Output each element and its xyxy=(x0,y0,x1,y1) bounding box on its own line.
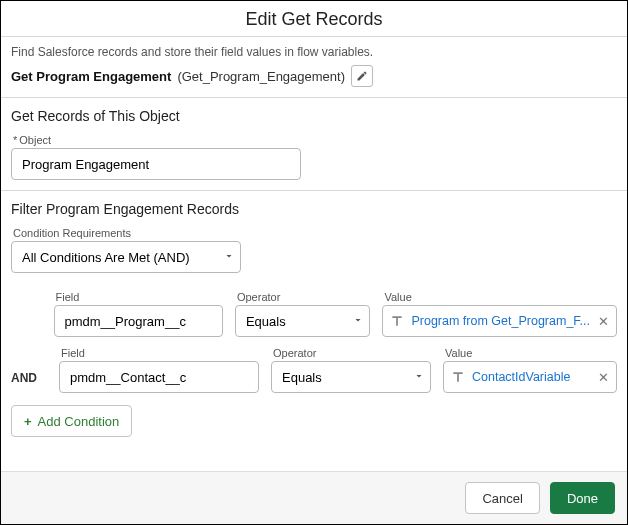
field-column: Field xyxy=(54,289,223,337)
element-name-row: Get Program Engagement (Get_Program_Enga… xyxy=(1,65,627,97)
operator-select[interactable] xyxy=(235,305,371,337)
condition-row: Field Operator Value Program from Get_Pr… xyxy=(11,289,617,337)
field-label: Field xyxy=(56,291,223,303)
add-condition-button[interactable]: + Add Condition xyxy=(11,405,132,437)
text-resource-icon xyxy=(448,367,468,387)
operator-value[interactable] xyxy=(271,361,431,393)
operator-column: Operator xyxy=(235,289,371,337)
dialog-title: Edit Get Records xyxy=(1,1,627,36)
operator-value[interactable] xyxy=(235,305,371,337)
field-label: Field xyxy=(61,347,259,359)
value-label: Value xyxy=(384,291,617,303)
dialog-body: Find Salesforce records and store their … xyxy=(1,37,627,471)
pencil-icon xyxy=(356,70,368,82)
value-label: Value xyxy=(445,347,617,359)
dialog-footer: Cancel Done xyxy=(1,471,627,524)
value-column: Value ContactIdVariable ✕ xyxy=(443,345,617,393)
condition-requirements-block: Condition Requirements xyxy=(1,227,627,283)
clear-value-button[interactable]: ✕ xyxy=(594,368,612,386)
object-input[interactable] xyxy=(11,148,301,180)
add-condition-label: Add Condition xyxy=(38,414,120,429)
edit-get-records-dialog: Edit Get Records Find Salesforce records… xyxy=(0,0,628,525)
condition-requirements-label: Condition Requirements xyxy=(13,227,617,239)
description-text: Find Salesforce records and store their … xyxy=(1,37,627,65)
field-column: Field xyxy=(59,345,259,393)
logic-cell xyxy=(11,329,42,337)
logic-cell: AND xyxy=(11,371,47,393)
value-resource-text: ContactIdVariable xyxy=(472,370,590,384)
element-label: Get Program Engagement xyxy=(11,69,171,84)
text-resource-icon xyxy=(387,311,407,331)
object-label: Object xyxy=(13,134,617,146)
field-input[interactable] xyxy=(59,361,259,393)
operator-column: Operator xyxy=(271,345,431,393)
condition-requirements-select[interactable] xyxy=(11,241,241,273)
value-column: Value Program from Get_Program_F... ✕ xyxy=(382,289,617,337)
edit-name-button[interactable] xyxy=(351,65,373,87)
value-input[interactable]: Program from Get_Program_F... ✕ xyxy=(382,305,617,337)
clear-value-button[interactable]: ✕ xyxy=(594,312,612,330)
value-resource-text: Program from Get_Program_F... xyxy=(411,314,590,328)
operator-label: Operator xyxy=(273,347,431,359)
condition-requirements-value[interactable] xyxy=(11,241,241,273)
operator-label: Operator xyxy=(237,291,371,303)
field-input[interactable] xyxy=(54,305,223,337)
filter-section-heading: Filter Program Engagement Records xyxy=(1,191,627,225)
object-field-block: Object xyxy=(1,134,627,190)
condition-row: AND Field Operator Value Conta xyxy=(11,345,617,393)
cancel-button[interactable]: Cancel xyxy=(465,482,539,514)
value-input[interactable]: ContactIdVariable ✕ xyxy=(443,361,617,393)
filter-conditions: Field Operator Value Program from Get_Pr… xyxy=(1,283,627,393)
plus-icon: + xyxy=(24,414,32,429)
done-button[interactable]: Done xyxy=(550,482,615,514)
element-api-name: (Get_Program_Engagement) xyxy=(177,69,345,84)
object-section-heading: Get Records of This Object xyxy=(1,98,627,132)
operator-select[interactable] xyxy=(271,361,431,393)
